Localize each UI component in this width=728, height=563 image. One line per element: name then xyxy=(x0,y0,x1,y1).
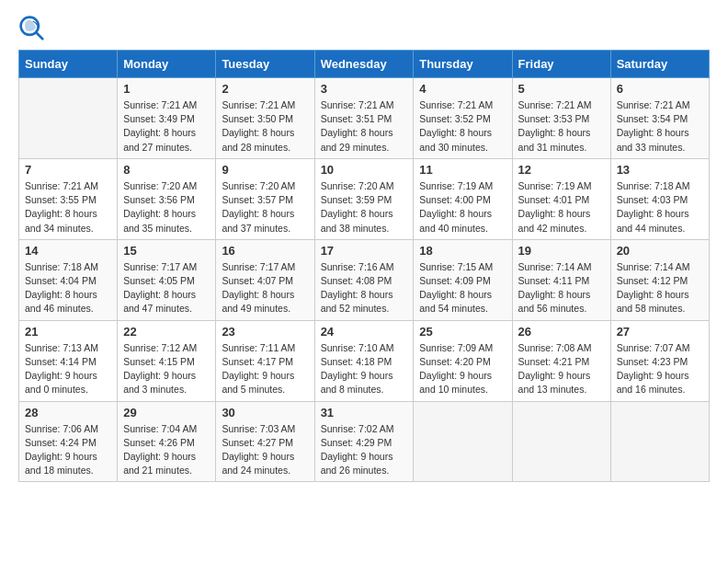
weekday-header-sunday: Sunday xyxy=(19,51,118,78)
calendar-cell: 3Sunrise: 7:21 AM Sunset: 3:51 PM Daylig… xyxy=(314,78,414,159)
day-info: Sunrise: 7:14 AM Sunset: 4:12 PM Dayligh… xyxy=(617,260,703,316)
day-info: Sunrise: 7:17 AM Sunset: 4:05 PM Dayligh… xyxy=(123,260,210,316)
week-row-3: 14Sunrise: 7:18 AM Sunset: 4:04 PM Dayli… xyxy=(19,239,710,320)
day-number: 26 xyxy=(518,325,605,339)
weekday-header-thursday: Thursday xyxy=(414,51,512,78)
weekday-header-tuesday: Tuesday xyxy=(216,51,314,78)
day-number: 28 xyxy=(25,406,111,419)
day-info: Sunrise: 7:06 AM Sunset: 4:24 PM Dayligh… xyxy=(25,422,111,478)
calendar-cell: 21Sunrise: 7:13 AM Sunset: 4:14 PM Dayli… xyxy=(19,320,118,401)
calendar-cell: 4Sunrise: 7:21 AM Sunset: 3:52 PM Daylig… xyxy=(414,78,512,159)
weekday-header-row: SundayMondayTuesdayWednesdayThursdayFrid… xyxy=(19,51,710,78)
day-info: Sunrise: 7:08 AM Sunset: 4:21 PM Dayligh… xyxy=(518,341,605,397)
calendar-cell: 22Sunrise: 7:12 AM Sunset: 4:15 PM Dayli… xyxy=(118,320,216,401)
day-number: 2 xyxy=(222,82,308,96)
day-number: 27 xyxy=(617,325,703,339)
day-info: Sunrise: 7:18 AM Sunset: 4:03 PM Dayligh… xyxy=(617,179,703,236)
calendar-cell: 15Sunrise: 7:17 AM Sunset: 4:05 PM Dayli… xyxy=(118,239,216,320)
day-number: 8 xyxy=(123,163,210,177)
day-info: Sunrise: 7:21 AM Sunset: 3:51 PM Dayligh… xyxy=(321,98,408,155)
day-info: Sunrise: 7:03 AM Sunset: 4:27 PM Dayligh… xyxy=(222,422,308,478)
week-row-4: 21Sunrise: 7:13 AM Sunset: 4:14 PM Dayli… xyxy=(19,320,710,401)
calendar-cell xyxy=(610,401,709,482)
day-info: Sunrise: 7:18 AM Sunset: 4:04 PM Dayligh… xyxy=(25,260,111,316)
day-number: 12 xyxy=(518,163,605,177)
day-info: Sunrise: 7:19 AM Sunset: 4:00 PM Dayligh… xyxy=(419,179,506,236)
weekday-header-monday: Monday xyxy=(118,51,216,78)
calendar-cell: 30Sunrise: 7:03 AM Sunset: 4:27 PM Dayli… xyxy=(216,401,314,482)
day-info: Sunrise: 7:19 AM Sunset: 4:01 PM Dayligh… xyxy=(518,179,605,236)
day-number: 23 xyxy=(222,325,308,339)
day-info: Sunrise: 7:14 AM Sunset: 4:11 PM Dayligh… xyxy=(518,260,605,316)
day-number: 25 xyxy=(419,325,506,339)
calendar-cell: 7Sunrise: 7:21 AM Sunset: 3:55 PM Daylig… xyxy=(19,158,118,239)
day-info: Sunrise: 7:12 AM Sunset: 4:15 PM Dayligh… xyxy=(123,341,210,397)
calendar-cell: 20Sunrise: 7:14 AM Sunset: 4:12 PM Dayli… xyxy=(610,239,709,320)
calendar-cell: 27Sunrise: 7:07 AM Sunset: 4:23 PM Dayli… xyxy=(610,320,709,401)
calendar-cell: 5Sunrise: 7:21 AM Sunset: 3:53 PM Daylig… xyxy=(512,78,610,159)
calendar-cell: 26Sunrise: 7:08 AM Sunset: 4:21 PM Dayli… xyxy=(512,320,610,401)
calendar-cell xyxy=(19,78,118,159)
day-number: 13 xyxy=(617,163,703,177)
calendar-cell: 13Sunrise: 7:18 AM Sunset: 4:03 PM Dayli… xyxy=(610,158,709,239)
day-number: 31 xyxy=(321,406,408,419)
day-info: Sunrise: 7:20 AM Sunset: 3:59 PM Dayligh… xyxy=(321,179,408,236)
day-number: 7 xyxy=(25,163,111,177)
calendar-cell: 25Sunrise: 7:09 AM Sunset: 4:20 PM Dayli… xyxy=(414,320,512,401)
calendar-cell: 1Sunrise: 7:21 AM Sunset: 3:49 PM Daylig… xyxy=(118,78,216,159)
day-number: 3 xyxy=(321,82,408,96)
week-row-5: 28Sunrise: 7:06 AM Sunset: 4:24 PM Dayli… xyxy=(19,401,710,482)
calendar-cell: 6Sunrise: 7:21 AM Sunset: 3:54 PM Daylig… xyxy=(610,78,709,159)
calendar-table: SundayMondayTuesdayWednesdayThursdayFrid… xyxy=(18,50,710,482)
day-info: Sunrise: 7:15 AM Sunset: 4:09 PM Dayligh… xyxy=(419,260,506,316)
calendar-cell: 11Sunrise: 7:19 AM Sunset: 4:00 PM Dayli… xyxy=(414,158,512,239)
calendar-cell: 10Sunrise: 7:20 AM Sunset: 3:59 PM Dayli… xyxy=(314,158,414,239)
day-info: Sunrise: 7:20 AM Sunset: 3:57 PM Dayligh… xyxy=(222,179,308,236)
day-number: 16 xyxy=(222,244,308,258)
calendar-cell: 18Sunrise: 7:15 AM Sunset: 4:09 PM Dayli… xyxy=(414,239,512,320)
weekday-header-friday: Friday xyxy=(512,51,610,78)
day-number: 5 xyxy=(518,82,605,96)
day-info: Sunrise: 7:21 AM Sunset: 3:55 PM Dayligh… xyxy=(25,179,111,236)
logo-icon xyxy=(18,15,44,40)
logo xyxy=(18,15,48,40)
calendar-cell: 14Sunrise: 7:18 AM Sunset: 4:04 PM Dayli… xyxy=(19,239,118,320)
day-info: Sunrise: 7:21 AM Sunset: 3:54 PM Dayligh… xyxy=(617,98,703,155)
day-number: 19 xyxy=(518,244,605,258)
day-number: 4 xyxy=(419,82,506,96)
day-number: 24 xyxy=(321,325,408,339)
week-row-2: 7Sunrise: 7:21 AM Sunset: 3:55 PM Daylig… xyxy=(19,158,710,239)
day-number: 1 xyxy=(123,82,210,96)
calendar-cell: 23Sunrise: 7:11 AM Sunset: 4:17 PM Dayli… xyxy=(216,320,314,401)
calendar-cell: 31Sunrise: 7:02 AM Sunset: 4:29 PM Dayli… xyxy=(314,401,414,482)
day-number: 14 xyxy=(25,244,111,258)
day-number: 20 xyxy=(617,244,703,258)
day-info: Sunrise: 7:02 AM Sunset: 4:29 PM Dayligh… xyxy=(321,422,408,478)
day-number: 17 xyxy=(321,244,408,258)
calendar-cell xyxy=(512,401,610,482)
calendar-cell: 17Sunrise: 7:16 AM Sunset: 4:08 PM Dayli… xyxy=(314,239,414,320)
day-info: Sunrise: 7:04 AM Sunset: 4:26 PM Dayligh… xyxy=(123,422,210,478)
calendar-cell: 9Sunrise: 7:20 AM Sunset: 3:57 PM Daylig… xyxy=(216,158,314,239)
calendar-cell: 28Sunrise: 7:06 AM Sunset: 4:24 PM Dayli… xyxy=(19,401,118,482)
calendar-cell: 29Sunrise: 7:04 AM Sunset: 4:26 PM Dayli… xyxy=(118,401,216,482)
week-row-1: 1Sunrise: 7:21 AM Sunset: 3:49 PM Daylig… xyxy=(19,78,710,159)
day-info: Sunrise: 7:21 AM Sunset: 3:49 PM Dayligh… xyxy=(123,98,210,155)
day-info: Sunrise: 7:21 AM Sunset: 3:53 PM Dayligh… xyxy=(518,98,605,155)
day-info: Sunrise: 7:07 AM Sunset: 4:23 PM Dayligh… xyxy=(617,341,703,397)
day-number: 15 xyxy=(123,244,210,258)
page-header xyxy=(18,15,710,40)
calendar-cell: 16Sunrise: 7:17 AM Sunset: 4:07 PM Dayli… xyxy=(216,239,314,320)
day-number: 22 xyxy=(123,325,210,339)
day-info: Sunrise: 7:17 AM Sunset: 4:07 PM Dayligh… xyxy=(222,260,308,316)
day-info: Sunrise: 7:16 AM Sunset: 4:08 PM Dayligh… xyxy=(321,260,408,316)
calendar-cell: 2Sunrise: 7:21 AM Sunset: 3:50 PM Daylig… xyxy=(216,78,314,159)
calendar-cell: 12Sunrise: 7:19 AM Sunset: 4:01 PM Dayli… xyxy=(512,158,610,239)
day-info: Sunrise: 7:09 AM Sunset: 4:20 PM Dayligh… xyxy=(419,341,506,397)
day-number: 11 xyxy=(419,163,506,177)
day-number: 10 xyxy=(321,163,408,177)
day-info: Sunrise: 7:20 AM Sunset: 3:56 PM Dayligh… xyxy=(123,179,210,236)
day-info: Sunrise: 7:21 AM Sunset: 3:52 PM Dayligh… xyxy=(419,98,506,155)
day-number: 29 xyxy=(123,406,210,419)
calendar-cell: 24Sunrise: 7:10 AM Sunset: 4:18 PM Dayli… xyxy=(314,320,414,401)
